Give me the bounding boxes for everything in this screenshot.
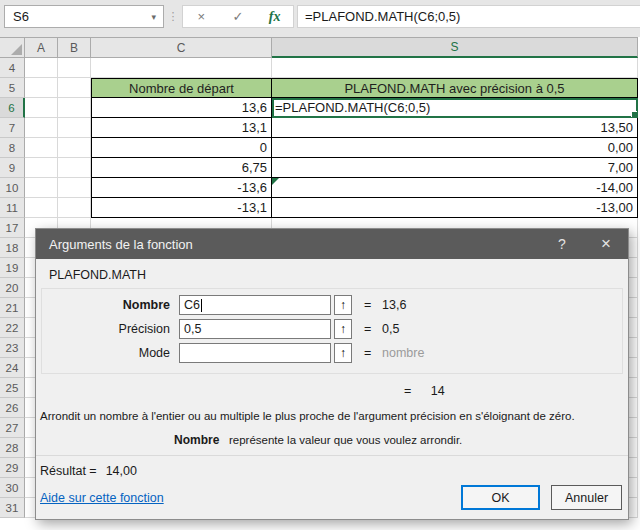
column-header-c[interactable]: C: [91, 37, 272, 58]
row-header[interactable]: 20: [0, 278, 25, 298]
dialog-title: Arguments de la fonction: [49, 237, 193, 252]
column-header-a[interactable]: A: [25, 37, 58, 58]
equals-sign: =: [364, 346, 378, 360]
row-header[interactable]: 21: [0, 298, 25, 318]
collapse-dialog-icon[interactable]: ↑: [334, 319, 352, 339]
cell[interactable]: -13,6: [91, 178, 272, 198]
cancel-icon[interactable]: ×: [183, 9, 220, 24]
cell[interactable]: 7,00: [272, 158, 638, 178]
name-box[interactable]: S6 ▾: [4, 5, 164, 28]
chevron-down-icon[interactable]: ▾: [151, 12, 163, 22]
cell[interactable]: -13,00: [272, 198, 638, 218]
cell[interactable]: 13,1: [91, 118, 272, 138]
row-header[interactable]: 29: [0, 458, 25, 478]
dots-separator-icon: ⋮: [164, 10, 182, 23]
row-header[interactable]: 31: [0, 498, 25, 518]
row-header[interactable]: 10: [0, 178, 25, 198]
cell[interactable]: [25, 58, 58, 78]
cell[interactable]: [272, 58, 638, 78]
row-header[interactable]: 5: [0, 78, 25, 98]
cell[interactable]: 0,00: [272, 138, 638, 158]
equals-sign: =: [364, 298, 378, 312]
dialog-titlebar[interactable]: Arguments de la fonction ? ×: [36, 229, 628, 259]
cell[interactable]: 13,6: [91, 98, 272, 118]
cell[interactable]: [58, 98, 91, 118]
row-header[interactable]: 19: [0, 258, 25, 278]
function-name: PLAFOND.MATH: [36, 259, 628, 286]
column-header-b[interactable]: B: [58, 37, 91, 58]
row-header[interactable]: 28: [0, 438, 25, 458]
argument-help-text: représente la valeur que vous voulez arr…: [229, 434, 462, 446]
row-header[interactable]: 17: [0, 218, 25, 238]
table-header-cell[interactable]: PLAFOND.MATH avec précision à 0,5: [272, 78, 638, 98]
cell[interactable]: [25, 158, 58, 178]
cell[interactable]: [25, 118, 58, 138]
row-header[interactable]: 25: [0, 378, 25, 398]
text-cursor: [201, 299, 202, 312]
close-icon[interactable]: ×: [584, 229, 628, 259]
precision-input[interactable]: 0,5: [179, 319, 331, 339]
row-header[interactable]: 7: [0, 118, 25, 138]
table-header-cell[interactable]: Nombre de départ: [91, 78, 272, 98]
cell[interactable]: [91, 58, 272, 78]
cell[interactable]: [58, 58, 91, 78]
cell[interactable]: [25, 98, 58, 118]
cell[interactable]: 13,50: [272, 118, 638, 138]
cell[interactable]: [58, 198, 91, 218]
row-header[interactable]: 9: [0, 158, 25, 178]
row-header[interactable]: 22: [0, 318, 25, 338]
cell[interactable]: 6,75: [91, 158, 272, 178]
row-header[interactable]: 4: [0, 58, 25, 78]
cell[interactable]: [25, 78, 58, 98]
equals-sign: =: [404, 384, 411, 398]
cell[interactable]: [25, 198, 58, 218]
cell[interactable]: [58, 178, 91, 198]
cell[interactable]: 0: [91, 138, 272, 158]
argument-row: Mode ↑ = nombre: [42, 341, 618, 365]
cancel-button[interactable]: Annuler: [551, 485, 622, 510]
argument-result-placeholder: nombre: [382, 346, 424, 360]
row-header[interactable]: 11: [0, 198, 25, 218]
argument-label: Mode: [42, 346, 179, 360]
collapse-dialog-icon[interactable]: ↑: [334, 295, 352, 315]
cell[interactable]: [25, 138, 58, 158]
select-all-corner[interactable]: [0, 37, 25, 58]
cell[interactable]: [58, 118, 91, 138]
argument-help-label: Nombre: [174, 433, 219, 447]
argument-label: Nombre: [42, 298, 179, 312]
result-value: 14,00: [106, 464, 137, 478]
sheet-row: 9 6,75 7,00: [0, 158, 640, 178]
sheet-row: 8 0 0,00: [0, 138, 640, 158]
row-header[interactable]: 8: [0, 138, 25, 158]
row-header-selected[interactable]: 6: [0, 98, 25, 118]
collapse-dialog-icon[interactable]: ↑: [334, 343, 352, 363]
function-arguments-dialog: Arguments de la fonction ? × PLAFOND.MAT…: [35, 228, 629, 520]
row-header[interactable]: 18: [0, 238, 25, 258]
nombre-input[interactable]: C6: [179, 295, 331, 315]
mode-input[interactable]: [179, 343, 331, 363]
cell-with-error-flag[interactable]: -14,00: [272, 178, 638, 198]
cell[interactable]: [25, 178, 58, 198]
row-header[interactable]: 27: [0, 418, 25, 438]
argument-result: 0,5: [382, 322, 399, 336]
row-header[interactable]: 26: [0, 398, 25, 418]
formula-input[interactable]: =PLAFOND.MATH(C6;0,5): [297, 5, 640, 28]
nombre-input-value: C6: [184, 298, 200, 312]
row-header[interactable]: 23: [0, 338, 25, 358]
name-box-value: S6: [13, 9, 29, 24]
row-header[interactable]: 30: [0, 478, 25, 498]
cell[interactable]: [58, 78, 91, 98]
selected-cell[interactable]: =PLAFOND.MATH(C6;0,5): [272, 98, 638, 118]
column-header-s[interactable]: S: [272, 37, 638, 58]
row-header[interactable]: 24: [0, 358, 25, 378]
ok-button[interactable]: OK: [461, 485, 540, 510]
cell[interactable]: -13,1: [91, 198, 272, 218]
cell[interactable]: [58, 158, 91, 178]
help-icon[interactable]: ?: [540, 229, 584, 259]
precision-input-value: 0,5: [184, 322, 201, 336]
column-headers: A B C S: [0, 37, 640, 58]
cell[interactable]: [58, 138, 91, 158]
insert-function-icon[interactable]: fx: [256, 9, 293, 25]
enter-check-icon[interactable]: ✓: [220, 9, 257, 24]
function-help-link[interactable]: Aide sur cette fonction: [40, 491, 164, 505]
